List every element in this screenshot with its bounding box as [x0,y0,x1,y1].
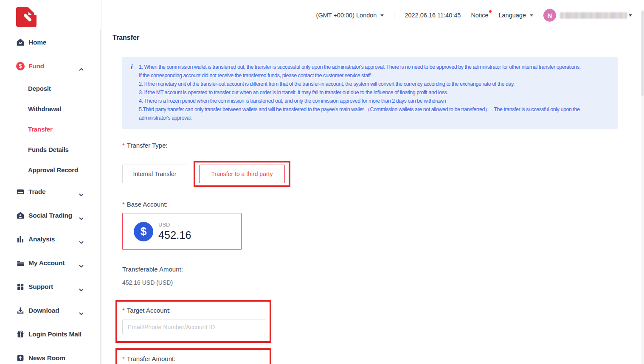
support-grid-icon [16,283,25,291]
required-mark: * [122,355,125,362]
sidebar-item-news-room[interactable]: News Room [0,346,101,364]
chevron-up-icon [79,65,84,73]
sidebar-item-withdrawal[interactable]: Withdrawal [0,98,101,119]
chevron-down-icon [79,309,84,317]
sidebar-item-analysis[interactable]: Analysis [0,227,101,251]
avatar: N [543,9,556,22]
language-selector[interactable]: Language [498,12,533,19]
sidebar-item-download[interactable]: Download [0,299,101,322]
sidebar-nav: Home $ Fund Deposit Withdrawal Transfer [0,31,101,364]
sidebar-item-label: Approval Record [28,166,78,174]
timezone-selector[interactable]: (GMT +00:00) London [316,12,384,19]
sidebar-item-social-trading[interactable]: Social Trading [0,204,101,227]
notice-badge-dot [489,10,492,13]
timezone-label: (GMT +00:00) London [316,12,377,19]
chevron-down-icon [79,190,84,198]
sidebar-item-login-points-mall[interactable]: Login Points Mall [0,322,101,346]
internal-transfer-button[interactable]: Internal Transfer [122,165,187,183]
base-account-amount: 452.16 [158,229,191,241]
news-room-icon [16,354,25,362]
my-account-folder-icon [16,259,25,267]
sidebar-item-label: Login Points Mall [28,330,82,338]
sidebar-item-approval-record[interactable]: Approval Record [0,160,101,180]
annotation-box-transfer-type: Transfer to a third party [194,161,290,187]
sidebar-item-home[interactable]: Home [0,31,101,54]
notice-line: 2. If the monetary unit of the transfer-… [139,80,610,88]
topbar-divider [394,11,394,19]
sidebar-item-label: Analysis [28,235,55,243]
notice-line: 3. If the MT account is operated to tran… [139,88,610,97]
user-menu[interactable]: N [543,9,632,22]
sidebar-scrollbar[interactable] [100,30,101,364]
notice-line: If the corresponding account did not rec… [139,71,610,80]
required-mark: * [122,142,125,149]
sidebar-item-trade[interactable]: Trade [0,180,101,204]
transferable-amount-value: 452.16 USD (USD) [122,279,644,286]
base-account-texts: USD 452.16 [158,221,191,241]
notice-label: Notice [471,12,488,19]
transfer-type-options: Internal Transfer Transfer to a third pa… [122,161,644,187]
transfer-amount-label: *Transfer Amount: [122,355,270,362]
trade-monitor-icon [16,188,25,196]
sidebar-item-label: Download [28,307,59,314]
info-icon: i [130,63,139,122]
sidebar-item-label: My Account [28,259,65,267]
annotation-box-transfer-amount: *Transfer Amount: USD [115,348,271,364]
sidebar-item-label: Social Trading [28,212,72,219]
datetime-text: 2022.06.16 11:40:45 [405,12,461,19]
transfer-page: Home $ Fund Deposit Withdrawal Transfer [0,0,644,364]
base-account-label: *Base Account: [122,201,644,208]
sidebar-item-my-account[interactable]: My Account [0,251,101,275]
social-trading-icon [16,211,25,220]
fund-dollar-icon: $ [16,62,25,70]
sidebar-item-transfer[interactable]: Transfer [0,119,101,139]
topbar: (GMT +00:00) London 2022.06.16 11:40:45 … [102,0,644,31]
sidebar-item-label: Trade [28,188,45,196]
notice-line: 1. When the commission wallet is transfe… [139,63,610,71]
datetime-display: 2022.06.16 11:40:45 [405,12,461,19]
sidebar-item-label: Deposit [28,85,51,92]
notice-button[interactable]: Notice [471,12,488,19]
sidebar-item-label: Home [28,39,46,46]
sidebar-item-label: Support [28,283,53,291]
chevron-down-icon [629,14,632,17]
sidebar-item-fund[interactable]: $ Fund [0,54,101,78]
notice-line: administrator's approval. [139,114,610,122]
notice-box: i 1. When the commission wallet is trans… [122,57,618,129]
notice-line: 4. There is a frozen period when the com… [139,97,610,105]
home-icon [16,38,25,47]
brand-logo[interactable] [16,7,37,27]
target-account-label: *Target Account: [122,307,270,314]
base-account-currency: USD [158,221,191,228]
main-content: Transfer i 1. When the commission wallet… [102,31,644,364]
base-account-card[interactable]: $ USD 452.16 [122,213,242,250]
required-mark: * [122,201,125,208]
chevron-down-icon [79,214,84,222]
chevron-down-icon [380,14,384,17]
language-label: Language [498,12,526,19]
usd-currency-icon: $ [134,222,153,241]
sidebar-item-deposit[interactable]: Deposit [0,78,101,98]
chevron-down-icon [79,262,84,269]
sidebar-item-label: Funds Details [28,146,69,153]
analysis-bars-icon [16,235,25,244]
third-party-transfer-button[interactable]: Transfer to a third party [199,165,285,183]
sidebar-item-funds-details[interactable]: Funds Details [0,139,101,160]
page-title: Transfer [112,34,644,42]
transfer-type-label: *Transfer Type: [122,142,644,149]
annotation-box-target-account: *Target Account: [115,300,271,343]
target-account-input[interactable] [122,319,265,335]
notice-line: 5.Third party transfer can only transfer… [139,105,610,114]
main-scrollbar-thumb[interactable] [641,11,644,96]
required-mark: * [122,307,125,314]
sidebar-item-support[interactable]: Support [0,275,101,299]
sidebar-item-label: News Room [28,354,65,362]
notice-text: 1. When the commission wallet is transfe… [139,63,610,122]
sidebar-item-label: Transfer [28,126,53,133]
gift-icon [16,330,25,339]
chevron-down-icon [79,286,84,293]
download-icon [16,306,25,315]
chevron-down-icon [79,238,84,246]
transferable-amount-label: Transferable Amount: [122,266,644,273]
sidebar: Home $ Fund Deposit Withdrawal Transfer [0,0,102,364]
